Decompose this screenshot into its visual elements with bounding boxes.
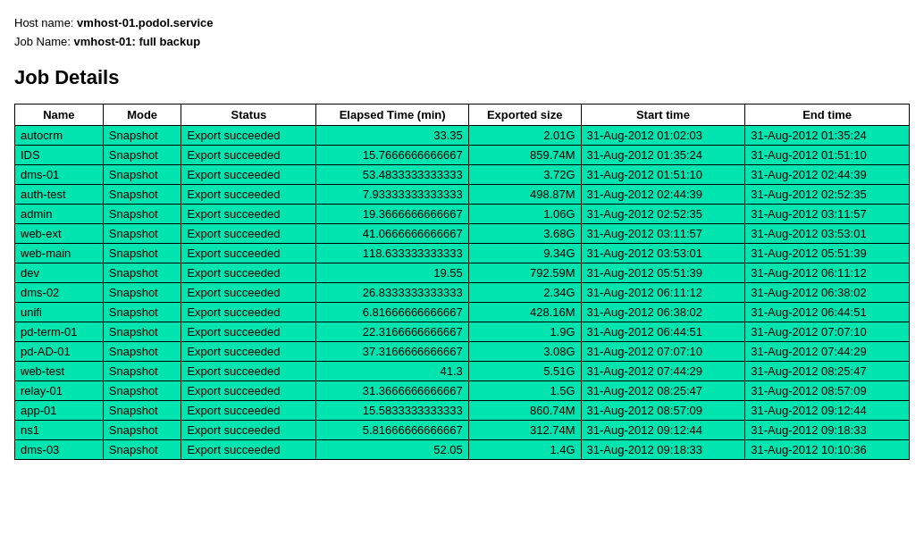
- table-cell: Snapshot: [103, 204, 181, 223]
- table-cell: Export succeeded: [181, 164, 316, 184]
- table-cell: 52.05: [316, 439, 468, 459]
- table-cell: Export succeeded: [181, 204, 316, 223]
- table-row: web-mainSnapshotExport succeeded118.6333…: [15, 243, 910, 263]
- table-cell: 31-Aug-2012 08:25:47: [581, 380, 745, 400]
- table-cell: 31-Aug-2012 06:11:12: [581, 282, 745, 302]
- table-cell: Snapshot: [103, 145, 181, 164]
- table-cell: 31.3666666666667: [316, 380, 468, 400]
- table-cell: 31-Aug-2012 01:51:10: [581, 164, 745, 184]
- table-cell: app-01: [15, 400, 104, 420]
- table-cell: 31-Aug-2012 06:11:12: [745, 263, 910, 282]
- table-cell: Snapshot: [103, 439, 181, 459]
- table-row: unifiSnapshotExport succeeded6.816666666…: [15, 302, 910, 322]
- table-cell: 37.3166666666667: [316, 341, 468, 361]
- table-cell: 22.3166666666667: [316, 322, 468, 341]
- table-cell: auth-test: [15, 184, 104, 204]
- table-cell: 31-Aug-2012 10:10:36: [745, 439, 910, 459]
- table-cell: 1.5G: [468, 380, 581, 400]
- table-cell: 31-Aug-2012 01:35:24: [745, 125, 910, 145]
- table-row: web-extSnapshotExport succeeded41.066666…: [15, 223, 910, 243]
- col-header-mode: Mode: [103, 104, 181, 125]
- table-cell: 31-Aug-2012 05:51:39: [745, 243, 910, 263]
- table-cell: Export succeeded: [181, 341, 316, 361]
- table-cell: 2.34G: [468, 282, 581, 302]
- table-cell: 31-Aug-2012 08:57:09: [581, 400, 745, 420]
- table-row: dms-03SnapshotExport succeeded52.051.4G3…: [15, 439, 910, 459]
- table-cell: 2.01G: [468, 125, 581, 145]
- table-cell: autocrm: [15, 125, 104, 145]
- table-cell: web-ext: [15, 223, 104, 243]
- table-row: autocrmSnapshotExport succeeded33.352.01…: [15, 125, 910, 145]
- table-cell: 31-Aug-2012 01:02:03: [581, 125, 745, 145]
- table-cell: 9.34G: [468, 243, 581, 263]
- table-cell: 31-Aug-2012 06:44:51: [745, 302, 910, 322]
- table-cell: Snapshot: [103, 341, 181, 361]
- table-cell: relay-01: [15, 380, 104, 400]
- table-cell: Snapshot: [103, 184, 181, 204]
- table-cell: 3.08G: [468, 341, 581, 361]
- table-cell: 5.51G: [468, 361, 581, 380]
- table-cell: Snapshot: [103, 282, 181, 302]
- table-cell: 26.8333333333333: [316, 282, 468, 302]
- table-cell: dms-03: [15, 439, 104, 459]
- table-cell: 6.81666666666667: [316, 302, 468, 322]
- table-cell: 19.3666666666667: [316, 204, 468, 223]
- table-cell: 31-Aug-2012 02:52:35: [745, 184, 910, 204]
- table-cell: 31-Aug-2012 06:44:51: [581, 322, 745, 341]
- table-cell: 31-Aug-2012 08:25:47: [745, 361, 910, 380]
- table-cell: Export succeeded: [181, 125, 316, 145]
- col-header-exported: Exported size: [468, 104, 581, 125]
- table-cell: Export succeeded: [181, 282, 316, 302]
- table-cell: IDS: [15, 145, 104, 164]
- col-header-end: End time: [745, 104, 910, 125]
- page-title: Job Details: [14, 66, 910, 89]
- table-cell: Export succeeded: [181, 420, 316, 439]
- table-cell: 31-Aug-2012 06:38:02: [581, 302, 745, 322]
- table-cell: Export succeeded: [181, 243, 316, 263]
- table-row: pd-AD-01SnapshotExport succeeded37.31666…: [15, 341, 910, 361]
- table-cell: 428.16M: [468, 302, 581, 322]
- table-cell: Snapshot: [103, 322, 181, 341]
- table-cell: 31-Aug-2012 08:57:09: [745, 380, 910, 400]
- table-cell: 31-Aug-2012 02:52:35: [581, 204, 745, 223]
- job-value: vmhost-01: full backup: [74, 35, 201, 48]
- col-header-status: Status: [181, 104, 316, 125]
- table-row: ns1SnapshotExport succeeded5.81666666666…: [15, 420, 910, 439]
- table-cell: 31-Aug-2012 09:12:44: [581, 420, 745, 439]
- table-cell: Export succeeded: [181, 223, 316, 243]
- table-cell: Snapshot: [103, 400, 181, 420]
- table-cell: 31-Aug-2012 07:07:10: [745, 322, 910, 341]
- table-cell: Export succeeded: [181, 322, 316, 341]
- table-cell: 31-Aug-2012 01:35:24: [581, 145, 745, 164]
- table-cell: Snapshot: [103, 361, 181, 380]
- col-header-start: Start time: [581, 104, 745, 125]
- table-cell: 498.87M: [468, 184, 581, 204]
- table-cell: 7.93333333333333: [316, 184, 468, 204]
- col-header-elapsed: Elapsed Time (min): [316, 104, 468, 125]
- table-cell: 312.74M: [468, 420, 581, 439]
- table-cell: Export succeeded: [181, 361, 316, 380]
- col-header-name: Name: [15, 104, 104, 125]
- host-value: vmhost-01.podol.service: [77, 16, 213, 29]
- table-row: devSnapshotExport succeeded19.55792.59M3…: [15, 263, 910, 282]
- table-cell: 41.0666666666667: [316, 223, 468, 243]
- table-cell: dev: [15, 263, 104, 282]
- table-cell: unifi: [15, 302, 104, 322]
- table-cell: 31-Aug-2012 02:44:39: [581, 184, 745, 204]
- table-cell: 31-Aug-2012 07:07:10: [581, 341, 745, 361]
- table-cell: 31-Aug-2012 06:38:02: [745, 282, 910, 302]
- table-cell: Export succeeded: [181, 380, 316, 400]
- table-cell: Export succeeded: [181, 263, 316, 282]
- table-cell: web-test: [15, 361, 104, 380]
- table-row: web-testSnapshotExport succeeded41.35.51…: [15, 361, 910, 380]
- table-cell: dms-02: [15, 282, 104, 302]
- table-cell: Export succeeded: [181, 439, 316, 459]
- table-cell: 19.55: [316, 263, 468, 282]
- table-cell: 31-Aug-2012 09:12:44: [745, 400, 910, 420]
- table-cell: Export succeeded: [181, 145, 316, 164]
- table-cell: 31-Aug-2012 01:51:10: [745, 145, 910, 164]
- table-cell: ns1: [15, 420, 104, 439]
- table-row: dms-01SnapshotExport succeeded53.4833333…: [15, 164, 910, 184]
- table-cell: Snapshot: [103, 223, 181, 243]
- table-cell: 41.3: [316, 361, 468, 380]
